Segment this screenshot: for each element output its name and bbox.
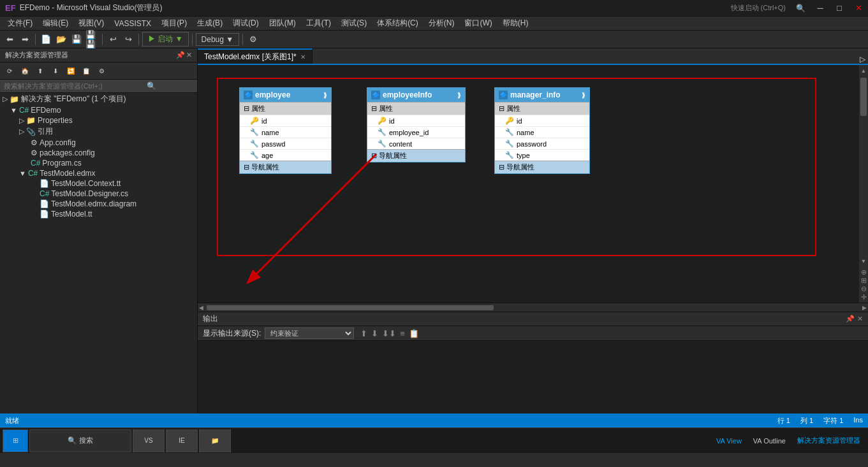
tree-diagram[interactable]: 📄 TestModel.edmx.diagram — [0, 199, 197, 209]
sidebar-pin-icon[interactable]: 📌 — [176, 51, 185, 59]
entity-employee-props-collapse[interactable]: ⊟ — [244, 104, 249, 113]
scroll-up-arrow[interactable]: ▲ — [860, 66, 868, 75]
menu-arch[interactable]: 体系结构(C) — [372, 17, 423, 30]
toolbar-new[interactable]: 📄 — [39, 32, 53, 47]
tree-programcs[interactable]: C# Program.cs — [0, 158, 197, 168]
menu-help[interactable]: 帮助(H) — [497, 17, 534, 30]
zoom-in-icon[interactable]: ⊕ — [861, 268, 867, 277]
debug-dropdown[interactable]: Debug ▼ — [196, 33, 240, 46]
taskbar-file[interactable]: 📁 — [199, 429, 231, 452]
menu-vassistx[interactable]: VASSISTX — [109, 18, 156, 29]
crosshair-icon[interactable]: ✛ — [861, 293, 867, 301]
tree-project[interactable]: ▼ C# EFDemo — [0, 105, 197, 115]
close-button[interactable]: ✕ — [854, 4, 863, 13]
entity-employeeinfo-nav-collapse[interactable]: ⊟ — [371, 152, 377, 160]
taskbar-search[interactable]: 🔍 搜索 — [29, 429, 131, 452]
zoom-out-icon[interactable]: ⊖ — [861, 285, 867, 293]
output-pin-icon[interactable]: 📌 — [846, 315, 855, 323]
title-right: 快速启动 (Ctrl+Q) 🔍 ─ □ ✕ — [731, 3, 863, 13]
toolbar-save[interactable]: 💾 — [70, 32, 84, 47]
menu-debug[interactable]: 调试(D) — [228, 17, 264, 30]
entity-employee-nav-collapse[interactable]: ⊟ — [244, 163, 249, 171]
menu-edit[interactable]: 编辑(E) — [38, 17, 73, 30]
toolbar-forward[interactable]: ➡ — [18, 32, 32, 47]
hscroll-thumb[interactable] — [207, 305, 494, 310]
tab-scroll-right[interactable]: ▷ — [860, 55, 868, 64]
menu-analyze[interactable]: 分析(N) — [423, 17, 460, 30]
toolbar-undo[interactable]: ↩ — [106, 32, 120, 47]
sidebar-btn1[interactable]: ⟳ — [3, 64, 17, 78]
zoom-fit-icon[interactable]: ⊞ — [861, 277, 867, 285]
toolbar-redo[interactable]: ↪ — [121, 32, 135, 47]
sidebar-btn7[interactable]: ⚙ — [94, 64, 108, 78]
menu-project[interactable]: 项目(P) — [156, 17, 192, 30]
menu-build[interactable]: 生成(B) — [192, 17, 228, 30]
sidebar-close-icon[interactable]: ✕ — [186, 51, 192, 59]
menu-team[interactable]: 团队(M) — [264, 17, 301, 30]
menu-file[interactable]: 文件(F) — [3, 17, 38, 30]
tab-close-button[interactable]: ✕ — [300, 54, 305, 61]
output-btn5[interactable]: 📋 — [409, 329, 419, 338]
taskbar-ie[interactable]: IE — [166, 429, 198, 452]
tree-properties[interactable]: ▷ 📁 Properties — [0, 115, 197, 126]
output-btn4[interactable]: ≡ — [400, 329, 405, 338]
entity-employee-collapse[interactable]: ⟫ — [323, 92, 327, 99]
entity-employee-header: 🔷 employee ⟫ — [240, 88, 331, 102]
entity-employeeinfo[interactable]: 🔷 employeeInfo ⟫ ⊟ 属性 🔑 id 🔧 — [367, 87, 466, 162]
sidebar-btn2[interactable]: 🏠 — [18, 64, 32, 78]
taskbar-vs[interactable]: VS — [133, 429, 165, 452]
output-source-dropdown[interactable]: 约束验证 — [265, 327, 354, 339]
tree-designer[interactable]: C# TestModel.Designer.cs — [0, 189, 197, 199]
scroll-thumb[interactable] — [860, 78, 867, 116]
entity-managerinfo-collapse[interactable]: ⟫ — [582, 92, 585, 99]
output-header-buttons: 📌 ✕ — [846, 315, 863, 323]
output-btn1[interactable]: ⬆ — [360, 329, 367, 338]
tree-references[interactable]: ▷ 📎 引用 — [0, 126, 197, 138]
output-close-icon[interactable]: ✕ — [857, 315, 863, 323]
run-button[interactable]: ▶ 启动 ▼ — [142, 32, 189, 47]
sidebar-btn4[interactable]: ⬇ — [48, 64, 63, 78]
menu-test[interactable]: 测试(S) — [336, 17, 372, 30]
toolbar-save-all[interactable]: 💾💾 — [85, 32, 99, 47]
menu-view[interactable]: 视图(V) — [73, 17, 109, 30]
hscroll-right-arrow[interactable]: ▶ — [862, 305, 867, 311]
menu-tools[interactable]: 工具(T) — [301, 17, 336, 30]
entity-managerinfo[interactable]: 🔷 manager_info ⟫ ⊟ 属性 🔑 id 🔧 — [494, 87, 590, 174]
output-btn2[interactable]: ⬇ — [371, 329, 378, 338]
entity-employeeinfo-props-collapse[interactable]: ⊟ — [371, 104, 377, 113]
menu-window[interactable]: 窗口(W) — [459, 17, 497, 30]
scroll-down-arrow[interactable]: ▼ — [860, 257, 868, 266]
entity-employee[interactable]: 🔷 employee ⟫ ⊟ 属性 🔑 id 🔧 — [239, 87, 332, 174]
sidebar-btn3[interactable]: ⬆ — [33, 64, 47, 78]
search-icon[interactable]: 🔍 — [796, 4, 805, 13]
toolbar-misc1[interactable]: ⚙ — [246, 32, 260, 47]
tree-context[interactable]: 📄 TestModel.Context.tt — [0, 178, 197, 189]
restore-button[interactable]: □ — [835, 4, 844, 13]
entity-managerinfo-props-collapse[interactable]: ⊟ — [499, 104, 504, 113]
prop-icon-2: 🔧 — [250, 140, 259, 148]
tree-appconfig[interactable]: ⚙ App.config — [0, 138, 197, 148]
field-ei-id-label: id — [389, 117, 395, 125]
tree-tt[interactable]: 📄 TestModel.tt — [0, 209, 197, 219]
taskbar-start[interactable]: ⊞ — [3, 429, 28, 452]
output-btn3[interactable]: ⬇⬇ — [382, 329, 396, 338]
tree-testmodel[interactable]: ▼ C# TestModel.edmx — [0, 168, 197, 178]
toolbar-open[interactable]: 📂 — [54, 32, 68, 47]
hscroll-left-arrow[interactable]: ◀ — [199, 305, 203, 311]
entity-employeeinfo-collapse[interactable]: ⟫ — [457, 92, 461, 99]
toolbar-sep5 — [242, 34, 243, 45]
bottom-tab-solution[interactable]: 解决方案资源管理器 — [792, 436, 865, 445]
bottom-tab-vaoutline[interactable]: VA Outline — [748, 437, 791, 445]
sidebar-search-icon[interactable]: 🔍 — [147, 82, 156, 90]
bottom-tab-vaview[interactable]: VA View — [711, 437, 747, 445]
entity-employeeinfo-nav: ⊟ 导航属性 — [367, 149, 465, 162]
tree-packagesconfig[interactable]: ⚙ packages.config — [0, 148, 197, 158]
sidebar-btn5[interactable]: 🔁 — [64, 64, 78, 78]
minimize-button[interactable]: ─ — [816, 4, 825, 13]
tab-testmodel[interactable]: TestModel.edmx [关系图1]* ✕ — [198, 48, 313, 64]
sidebar-btn6[interactable]: 📋 — [79, 64, 93, 78]
sidebar-search-input[interactable] — [4, 82, 144, 90]
tree-solution[interactable]: ▷ 📁 解决方案 "EFDemo" (1 个项目) — [0, 93, 197, 105]
toolbar-back[interactable]: ⬅ — [3, 32, 17, 47]
entity-managerinfo-nav-collapse[interactable]: ⊟ — [499, 163, 504, 171]
